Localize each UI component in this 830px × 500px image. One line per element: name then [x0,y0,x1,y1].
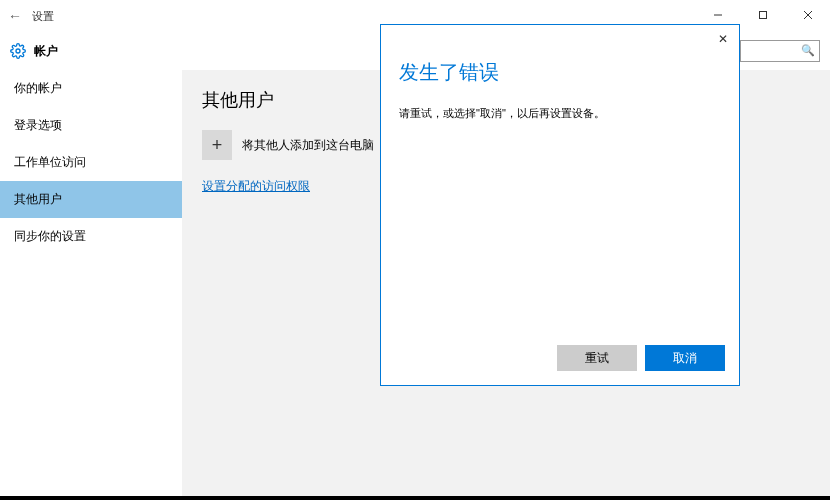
sidebar-item-sync-settings[interactable]: 同步你的设置 [0,218,182,255]
plus-icon: + [202,130,232,160]
dialog-footer: 重试 取消 [381,335,739,385]
sidebar-item-label: 你的帐户 [14,81,62,95]
search-input[interactable]: 🔍 [740,40,820,62]
svg-point-4 [16,49,20,53]
dialog-close-button[interactable]: ✕ [711,27,735,51]
sidebar-item-label: 工作单位访问 [14,155,86,169]
sidebar-item-label: 其他用户 [14,192,62,206]
app-title: 设置 [32,9,54,24]
sidebar-item-label: 同步你的设置 [14,229,86,243]
maximize-button[interactable] [740,0,785,30]
dialog-title: 发生了错误 [399,59,721,86]
dialog-body: 发生了错误 请重试，或选择"取消"，以后再设置设备。 [381,25,739,335]
sidebar-item-your-account[interactable]: 你的帐户 [0,70,182,107]
cancel-label: 取消 [673,350,697,367]
sidebar: 你的帐户 登录选项 工作单位访问 其他用户 同步你的设置 [0,70,182,500]
section-title: 帐户 [34,43,58,60]
retry-button[interactable]: 重试 [557,345,637,371]
sidebar-item-other-users[interactable]: 其他用户 [0,181,182,218]
cancel-button[interactable]: 取消 [645,345,725,371]
sidebar-item-work-access[interactable]: 工作单位访问 [0,144,182,181]
close-button[interactable] [785,0,830,30]
back-button[interactable]: ← [0,8,30,24]
svg-rect-1 [759,12,766,19]
sidebar-item-signin-options[interactable]: 登录选项 [0,107,182,144]
dialog-message: 请重试，或选择"取消"，以后再设置设备。 [399,106,721,121]
error-dialog: ✕ 发生了错误 请重试，或选择"取消"，以后再设置设备。 重试 取消 [380,24,740,386]
sidebar-item-label: 登录选项 [14,118,62,132]
retry-label: 重试 [585,350,609,367]
assigned-access-link[interactable]: 设置分配的访问权限 [202,179,310,193]
search-icon: 🔍 [801,44,815,57]
add-user-label: 将其他人添加到这台电脑 [242,137,374,154]
gear-icon [10,43,26,59]
taskbar-edge [0,496,830,500]
